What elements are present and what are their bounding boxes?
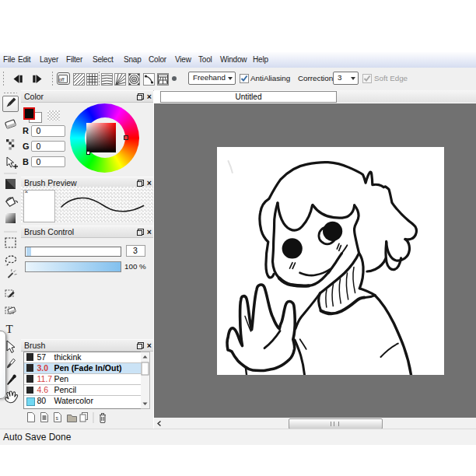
svg-text:s: s bbox=[56, 415, 59, 421]
svg-text:T: T bbox=[6, 323, 13, 335]
